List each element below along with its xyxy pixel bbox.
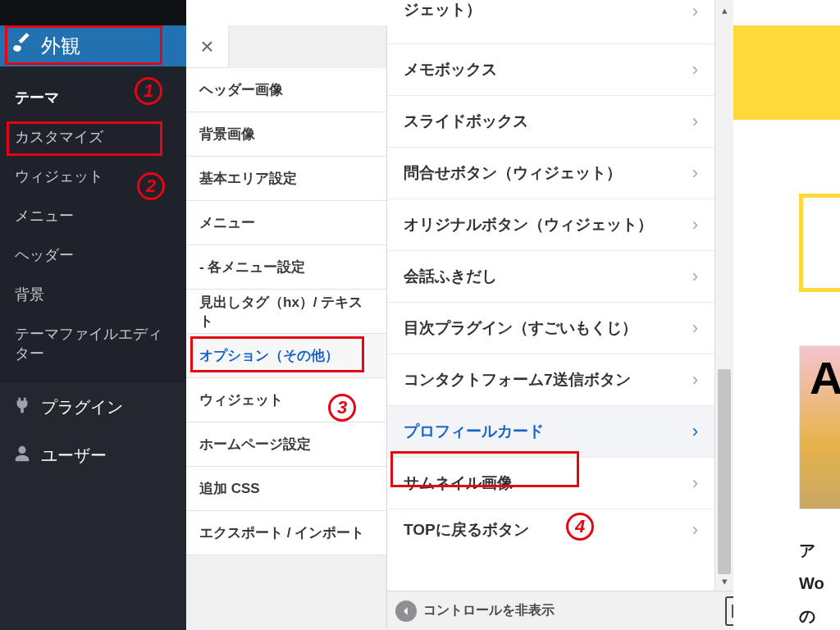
option-row-original-btn-widget[interactable]: オリジナルボタン（ウィジェット） ›: [387, 199, 714, 251]
chevron-right-icon: ›: [692, 317, 698, 339]
cust-item-options-other[interactable]: オプション（その他）: [186, 334, 386, 378]
option-row-cf7-submit[interactable]: コンタクトフォーム7送信ボタン ›: [387, 354, 714, 406]
cust-item-label: メニュー: [199, 213, 255, 232]
scroll-up-icon[interactable]: ▴: [715, 0, 733, 20]
sidebar-item-label: プラグイン: [41, 396, 123, 418]
chevron-right-icon: ›: [692, 266, 698, 287]
cust-item-menu-settings[interactable]: - 各メニュー設定: [186, 245, 386, 290]
subpanel-scrollbar[interactable]: ▴ ▾: [715, 0, 733, 591]
wp-admin-sidebar: 外観 テーマ カスタマイズ ウィジェット メニュー ヘッダー 背景 テーマファイ…: [0, 0, 186, 630]
option-row-profile-card[interactable]: プロフィールカード ›: [387, 406, 714, 458]
scroll-down-icon[interactable]: ▾: [715, 571, 733, 591]
chevron-right-icon: ›: [692, 214, 698, 235]
cust-item-label: 追加 CSS: [199, 479, 260, 498]
option-row-memobox[interactable]: メモボックス ›: [387, 44, 714, 96]
submenu-customize[interactable]: カスタマイズ: [0, 117, 186, 157]
cust-item-header-image[interactable]: ヘッダー画像: [186, 68, 386, 112]
submenu-editor[interactable]: テーマファイルエディター: [0, 314, 186, 373]
hide-controls-button[interactable]: コントロールを非表示: [395, 600, 719, 622]
customizer-section-list: ヘッダー画像 背景画像 基本エリア設定 メニュー - 各メニュー設定 見出しタグ…: [186, 68, 386, 555]
option-row-label: オリジナルボタン（ウィジェット）: [404, 214, 653, 235]
option-row-label: スライドボックス: [404, 111, 528, 132]
chevron-left-icon: [395, 600, 417, 622]
chevron-right-icon: ›: [692, 0, 698, 24]
option-row-slidebox[interactable]: スライドボックス ›: [387, 96, 714, 148]
customizer-close-button[interactable]: ×: [186, 25, 229, 68]
cust-item-label: 背景画像: [199, 125, 255, 144]
site-preview: ホー A ア Wo の: [733, 25, 840, 630]
cust-item-label: ヘッダー画像: [199, 80, 283, 99]
brush-icon: [11, 33, 33, 59]
option-row-truncated-top[interactable]: ジェット） ›: [387, 0, 714, 44]
chevron-right-icon: ›: [692, 111, 698, 132]
option-row-thumbnail[interactable]: サムネイル画像 ›: [387, 458, 714, 509]
sidebar-item-appearance[interactable]: 外観: [0, 25, 186, 66]
preview-image-card: A: [799, 345, 840, 509]
sidebar-item-label: 外観: [41, 33, 80, 59]
chevron-right-icon: ›: [692, 59, 698, 80]
cust-item-widgets[interactable]: ウィジェット: [186, 378, 386, 422]
option-row-label: TOPに戻るボタン: [404, 519, 529, 541]
cust-item-label: エクスポート / インポート: [199, 523, 364, 542]
preview-body-text: ア Wo の: [799, 534, 824, 630]
chevron-right-icon: ›: [692, 472, 698, 494]
appearance-submenu: テーマ カスタマイズ ウィジェット メニュー ヘッダー 背景 テーマファイルエデ…: [0, 66, 186, 383]
cust-item-label: 基本エリア設定: [199, 169, 297, 188]
sidebar-item-users[interactable]: ユーザー: [0, 431, 186, 480]
cust-item-export-import[interactable]: エクスポート / インポート: [186, 511, 386, 555]
hide-controls-label: コントロールを非表示: [423, 602, 555, 619]
option-row-label: 目次プラグイン（すごいもくじ）: [404, 317, 637, 339]
option-row-label: ジェット）: [404, 0, 482, 21]
cust-item-menus[interactable]: メニュー: [186, 201, 386, 245]
submenu-menus[interactable]: メニュー: [0, 196, 186, 235]
plug-icon: [13, 396, 31, 418]
option-row-label: 会話ふきだし: [404, 266, 497, 287]
scrollbar-thumb[interactable]: [718, 369, 731, 574]
submenu-header[interactable]: ヘッダー: [0, 235, 186, 275]
cust-item-label: ウィジェット: [199, 390, 283, 409]
option-row-label: サムネイル画像: [404, 472, 513, 494]
submenu-themes[interactable]: テーマ: [0, 78, 186, 117]
wp-admin-topbar: [0, 0, 186, 25]
cust-item-label: ホームページ設定: [199, 435, 311, 454]
option-row-label: メモボックス: [404, 59, 497, 80]
option-row-contact-btn-widget[interactable]: 問合せボタン（ウィジェット） ›: [387, 148, 714, 199]
cust-item-css[interactable]: 追加 CSS: [186, 467, 386, 511]
customizer-panel: × ヘッダー画像 背景画像 基本エリア設定 メニュー - 各メニュー設定 見出し…: [186, 25, 387, 630]
option-row-speech-bubble[interactable]: 会話ふきだし ›: [387, 251, 714, 303]
cust-item-areas[interactable]: 基本エリア設定: [186, 157, 386, 201]
preview-framed-box: [799, 194, 840, 292]
sidebar-item-plugins[interactable]: プラグイン: [0, 383, 186, 431]
cust-item-homepage[interactable]: ホームページ設定: [186, 422, 386, 467]
user-icon: [13, 445, 31, 467]
submenu-background[interactable]: 背景: [0, 275, 186, 314]
option-row-label: コンタクトフォーム7送信ボタン: [404, 369, 631, 390]
cust-item-label: - 各メニュー設定: [199, 258, 305, 276]
preview-big-letter: A: [810, 351, 840, 404]
close-icon: ×: [200, 34, 213, 60]
option-row-label: プロフィールカード: [404, 421, 544, 442]
cust-item-bg-image[interactable]: 背景画像: [186, 112, 386, 157]
chevron-right-icon: ›: [692, 162, 698, 184]
sidebar-item-label: ユーザー: [41, 445, 107, 467]
cust-item-label: 見出しタグ（hx）/ テキスト: [199, 293, 373, 331]
chevron-right-icon: ›: [692, 421, 698, 442]
preview-header-banner: ホー: [733, 25, 840, 120]
chevron-right-icon: ›: [692, 519, 698, 541]
cust-item-label: オプション（その他）: [199, 346, 339, 365]
option-row-toc-plugin[interactable]: 目次プラグイン（すごいもくじ） ›: [387, 303, 714, 354]
option-row-top-button[interactable]: TOPに戻るボタン ›: [387, 509, 714, 550]
option-row-label: 問合せボタン（ウィジェット）: [404, 162, 622, 184]
chevron-right-icon: ›: [692, 369, 698, 390]
cust-item-heading-text[interactable]: 見出しタグ（hx）/ テキスト: [186, 290, 386, 334]
submenu-widgets[interactable]: ウィジェット: [0, 157, 186, 196]
options-subpanel: ジェット） › メモボックス › スライドボックス › 問合せボタン（ウィジェッ…: [387, 0, 715, 591]
